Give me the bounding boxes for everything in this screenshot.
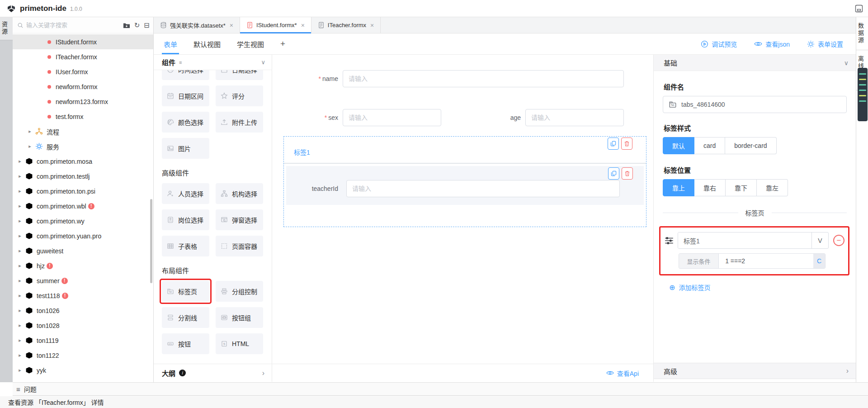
tree-item-package[interactable]: ▸hjz! [13, 258, 153, 273]
name-input[interactable] [343, 70, 624, 87]
tab-style-default[interactable]: 默认 [663, 137, 694, 154]
outline-footer[interactable]: 大纲 i › [154, 364, 272, 382]
tree-item-package[interactable]: ▸com.primeton.ton.psi [13, 184, 153, 199]
tree-item-iuser-formx[interactable]: IUser.formx [13, 64, 153, 79]
delete-button[interactable] [622, 167, 633, 180]
view-json-button[interactable]: 查看json [754, 39, 790, 48]
palette-item-post-picker[interactable]: 岗位选择 [162, 209, 209, 230]
teacherid-input[interactable] [346, 180, 620, 197]
palette-item-page-container[interactable]: 页面容器 [216, 236, 263, 256]
tab-form[interactable]: 表单 [164, 33, 177, 54]
tab-default-view[interactable]: 默认视图 [193, 33, 221, 54]
tab-style-border-card[interactable]: border-card [725, 137, 776, 154]
palette-item-tabs[interactable]: Tab 标签页 [162, 281, 209, 302]
palette-item-date-picker[interactable]: 日期选择 [216, 70, 263, 80]
collapse-all-icon[interactable]: ⊟ [144, 22, 150, 28]
display-condition-input[interactable] [719, 254, 813, 268]
palette-item-date-range[interactable]: 日期区间 [162, 85, 209, 106]
component-name-input[interactable] [681, 101, 841, 108]
datasource-vertical-tab[interactable]: 数据源 [856, 17, 868, 50]
tree-item-package[interactable]: ▸ton1122 [13, 348, 153, 363]
palette-item-subtable[interactable]: 子表格 [162, 236, 209, 256]
tree-item-package[interactable]: ▸summer! [13, 273, 153, 288]
section-advanced-header[interactable]: 高级 › [654, 363, 856, 379]
copy-button[interactable] [608, 167, 619, 180]
expand-arrow-icon[interactable]: ▸ [27, 143, 33, 149]
form-settings-button[interactable]: 表单设置 [807, 39, 843, 48]
resources-vertical-tab[interactable]: 资源 [0, 17, 13, 40]
tab-iteacher-formx[interactable]: ITeacher.formx × [311, 17, 381, 33]
clock-icon [167, 70, 174, 73]
tree-item-package[interactable]: ▸guweitest [13, 243, 153, 258]
tree-item-package[interactable]: ▸com.primeton.wbl! [13, 199, 153, 213]
tree-item-package[interactable]: ▸test1118! [13, 288, 153, 303]
section-basic-header[interactable]: 基础 ∨ [654, 55, 856, 71]
palette-item-person-picker[interactable]: 人员选择 [162, 183, 209, 204]
tree-item-newform-formx[interactable]: newform.formx [13, 79, 153, 94]
refresh-icon[interactable]: ↻ [134, 22, 140, 28]
tree-item-package[interactable]: ▸com.primeton.testlj [13, 169, 153, 184]
palette-item-button-group[interactable]: BTN 按钮组 [216, 307, 263, 328]
search-input[interactable] [26, 22, 123, 28]
view-api-link[interactable]: 查看Api [606, 369, 639, 378]
age-input[interactable] [525, 109, 624, 126]
tab-position-bottom[interactable]: 靠下 [726, 179, 757, 196]
tab-dataset[interactable]: 强关联实体.datasetx* × [154, 17, 240, 33]
tree-item-service[interactable]: ▸ 服务 [13, 139, 153, 154]
tree-item-test-formx[interactable]: test.formx [13, 109, 153, 124]
tree-item-package[interactable]: ▸ton1026 [13, 303, 153, 318]
validate-button[interactable]: V [811, 232, 828, 248]
palette-item-button[interactable]: BTN 按钮 [162, 333, 209, 354]
pinned-panel-handle[interactable] [858, 68, 868, 121]
window-panel-icon[interactable] [854, 4, 863, 13]
palette-item-image[interactable]: 图片 [162, 138, 209, 159]
close-icon[interactable]: × [301, 22, 305, 29]
add-tab-link[interactable]: ⊕ 添加标签页 [669, 283, 847, 292]
sliders-icon[interactable] [664, 236, 674, 246]
tab-name-input[interactable] [678, 232, 811, 248]
palette-item-attachment-upload[interactable]: 附件上传 [216, 112, 263, 133]
sex-input[interactable] [343, 109, 441, 126]
delete-button[interactable] [621, 138, 632, 150]
tab-position-top[interactable]: 靠上 [663, 179, 694, 196]
expand-arrow-icon[interactable]: ▸ [27, 128, 33, 134]
palette-item-org-picker[interactable]: 机构选择 [216, 183, 263, 204]
add-view-button[interactable]: + [280, 39, 285, 49]
copy-button[interactable] [608, 138, 619, 150]
close-icon[interactable]: × [370, 22, 374, 29]
tree-item-flow[interactable]: ▸ 流程 [13, 124, 153, 139]
palette-item-color-picker[interactable]: 颜色选择 [162, 112, 209, 133]
palette-item-dialog-picker[interactable]: 弹窗选择 [216, 209, 263, 230]
chevron-down-icon[interactable]: ∨ [261, 59, 265, 66]
tab-position-right[interactable]: 靠右 [694, 179, 726, 196]
palette-item-time-picker[interactable]: 时间选择 [162, 70, 209, 80]
debug-preview-button[interactable]: 调试预览 [701, 39, 737, 48]
tree-item-package[interactable]: ▸com.primeton.wy [13, 213, 153, 228]
sidebar-scrollbar-thumb[interactable] [150, 199, 152, 283]
tree-item-package[interactable]: ▸ton1119 [13, 333, 153, 348]
tabs-component[interactable]: 标签1 teacherId [283, 136, 646, 227]
palette-item-html[interactable]: 5 HTML [216, 333, 263, 354]
tree-item-package[interactable]: ▸com.primeton.mosa [13, 154, 153, 169]
tree-item-package[interactable]: ▸com.primeton.yuan.pro [13, 228, 153, 243]
remove-tab-button[interactable]: − [833, 235, 844, 246]
selected-field-block[interactable]: teacherId [286, 166, 644, 205]
palette-item-divider[interactable]: 分割线 [162, 307, 209, 328]
tree-item-newform123-formx[interactable]: newform123.formx [13, 94, 153, 109]
palette-item-group-control[interactable]: 分组控制 [216, 281, 263, 302]
tab-istudent-formx[interactable]: IStudent.formx* × [240, 17, 311, 33]
tree-item-package[interactable]: ▸ton1028 [13, 318, 153, 333]
tree-item-package[interactable]: ▸yyk [13, 363, 153, 378]
new-folder-icon[interactable] [123, 22, 130, 28]
tree-item-istudent-formx[interactable]: IStudent.formx [13, 34, 153, 49]
tab-position-left[interactable]: 靠左 [757, 179, 788, 196]
canvas-tab-label[interactable]: 标签1 [284, 137, 646, 157]
problems-bar[interactable]: ≡ 问题 [13, 382, 868, 396]
close-icon[interactable]: × [230, 22, 233, 29]
chevron-right-icon[interactable]: › [262, 369, 264, 377]
tab-style-card[interactable]: card [694, 137, 725, 154]
tree-item-iteacher-formx[interactable]: ITeacher.formx [13, 49, 153, 64]
tab-student-view[interactable]: 学生视图 [237, 33, 264, 54]
palette-item-rating[interactable]: 评分 [216, 85, 263, 106]
condition-editor-button[interactable]: C [813, 254, 825, 268]
